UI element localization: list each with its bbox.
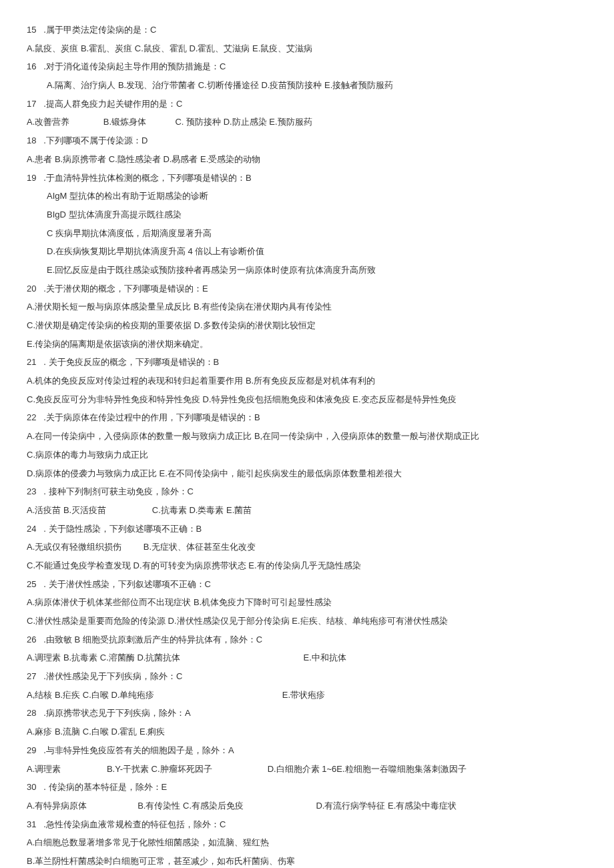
text-line: 23 . 接种下列制剂可获主动免疫，除外：C xyxy=(27,484,587,500)
text-line: A.鼠疫、炭疽 B.霍乱、炭疽 C.鼠疫、霍乱 D.霍乱、艾滋病 E.鼠疫、艾滋… xyxy=(27,41,587,57)
text-line: A.机体的免疫反应对传染过程的表现和转归起着重要作用 B.所有免疫反应都是对机体… xyxy=(27,373,587,390)
text-line: 19 .于血清特异性抗体检测的概念，下列哪项是错误的：B xyxy=(27,170,587,187)
text-line: C.潜伏性感染是重要而危险的传染源 D.潜伏性感染仅见于部分传染病 E.疟疾、结… xyxy=(27,613,587,630)
text-line: C.病原体的毒力与致病力成正比 xyxy=(27,447,587,464)
text-line: B.革兰阴性杆菌感染时白细胞可正常，甚至减少，如布氏杆菌病、伤寒 xyxy=(27,853,587,868)
text-line: A.有特异病原体 B.有传染性 C.有感染后免疫 D.有流行病学特征 E.有感染… xyxy=(27,798,587,815)
text-line: 24 . 关于隐性感染，下列叙述哪项不正确：B xyxy=(27,521,587,538)
text-line: 30 . 传染病的基本特征是，除外：E xyxy=(27,779,587,796)
text-line: A.隔离、治疗病人 B.发现、治疗带菌者 C.切断传播途径 D.疫苗预防接种 E… xyxy=(27,77,587,94)
text-line: E.传染病的隔离期是依据该病的潜伏期来确定。 xyxy=(27,336,587,353)
text-line: A.麻疹 B.流脑 C.白喉 D.霍乱 E.痢疾 xyxy=(27,724,587,741)
text-line: E.回忆反应是由于既往感染或预防接种者再感染另一病原体时使原有抗体滴度升高所致 xyxy=(27,262,587,279)
text-line: A.潜伏期长短一般与病原体感染量呈成反比 B.有些传染病在潜伏期内具有传染性 xyxy=(27,299,587,316)
text-line: AIgM 型抗体的检出有助于近期感染的诊断 xyxy=(27,188,587,205)
text-line: C.不能通过免疫学检查发现 D.有的可转变为病原携带状态 E.有的传染病几乎无隐… xyxy=(27,558,587,574)
text-line: 15 .属于甲类法定传染病的是：C xyxy=(27,22,587,39)
text-line: A.改善营养 B.锻炼身体 C. 预防接种 D.防止感染 E.预防服药 xyxy=(27,114,587,131)
text-line: 29 .与非特异性免疫应答有关的细胞因子是，除外：A xyxy=(27,743,587,759)
text-line: 16 .对于消化道传染病起主导作用的预防措施是：C xyxy=(27,59,587,75)
text-line: C 疾病早期抗体滴度低，后期滴度显著升高 xyxy=(27,226,587,242)
text-line: C.免疫反应可分为非特异性免疫和特异性免疫 D.特异性免疫包括细胞免疫和体液免疫… xyxy=(27,392,587,408)
text-line: D.在疾病恢复期比早期抗体滴度升高 4 倍以上有诊断价值 xyxy=(27,244,587,260)
text-line: 26 .由致敏 B 细胞受抗原刺激后产生的特异抗体有，除外：C xyxy=(27,632,587,648)
text-line: C.潜伏期是确定传染病的检疫期的重要依据 D.多数传染病的潜伏期比较恒定 xyxy=(27,318,587,334)
text-line: A.无或仅有轻微组织损伤 B.无症状、体征甚至生化改变 xyxy=(27,539,587,556)
text-line: A.调理素 B.Y-干扰素 C.肿瘤坏死因子 D.白细胞介素 1~6E.粒细胞一… xyxy=(27,761,587,778)
text-line: A.患者 B.病原携带者 C.隐性感染者 D.易感者 E.受感染的动物 xyxy=(27,151,587,168)
text-line: 21 . 关于免疫反应的概念，下列哪项是错误的：B xyxy=(27,354,587,371)
text-line: A,结核 B.疟疾 C.白喉 D.单纯疱疹 E.带状疱疹 xyxy=(27,687,587,704)
text-line: 22 .关于病原体在传染过程中的作用，下列哪项是错误的：B xyxy=(27,410,587,426)
text-line: 20 .关于潜伏期的概念，下列哪项是错误的：E xyxy=(27,281,587,298)
text-line: 18 .下列哪项不属于传染源：D xyxy=(27,133,587,149)
text-line: 31 .急性传染病血液常规检查的特征包括，除外：C xyxy=(27,817,587,833)
text-line: 17 .提高人群免疫力起关键作用的是：C xyxy=(27,96,587,113)
text-line: A.白细胞总数显著增多常见于化脓性细菌感染，如流脑、猩红热 xyxy=(27,835,587,851)
text-line: A.活疫苗 B.灭活疫苗 C.抗毒素 D.类毒素 E.菌苗 xyxy=(27,502,587,519)
text-line: A.在同一传染病中，入侵病原体的数量一般与致病力成正比 B,在同一传染病中，入侵… xyxy=(27,428,587,445)
text-line: BIgD 型抗体滴度升高提示既往感染 xyxy=(27,207,587,224)
text-line: A.病原体潜伏于机体某些部位而不出现症状 B.机体免疫力下降时可引起显性感染 xyxy=(27,594,587,611)
text-line: 25 . 关于潜伏性感染，下列叙述哪项不正确：C xyxy=(27,576,587,593)
text-line: D.病原体的侵袭力与致病力成正比 E.在不同传染病中，能引起疾病发生的最低病原体… xyxy=(27,466,587,482)
text-line: 27 .潜伏性感染见于下列疾病，除外：C xyxy=(27,669,587,685)
text-line: A.调理素 B.抗毒素 C.溶菌酶 D.抗菌抗体 E.中和抗体 xyxy=(27,650,587,667)
text-line: 28 .病原携带状态见于下列疾病，除外：A xyxy=(27,705,587,722)
